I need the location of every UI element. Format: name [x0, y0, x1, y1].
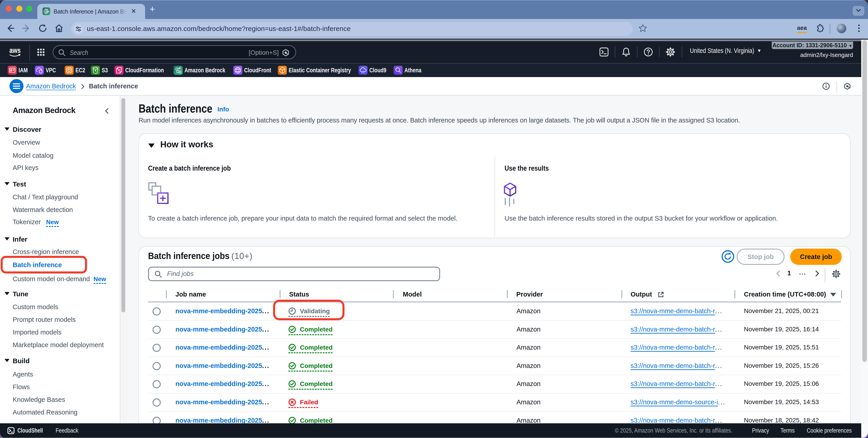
svg-text:aws: aws — [9, 47, 21, 55]
